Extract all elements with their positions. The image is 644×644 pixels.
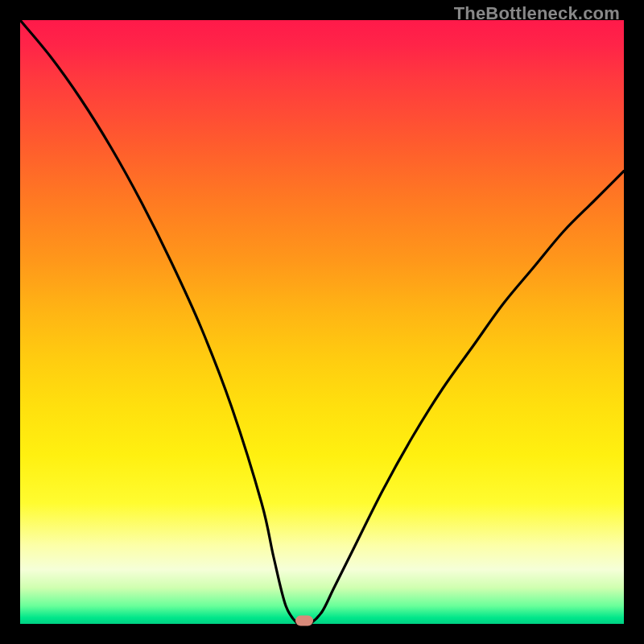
- plot-area: [20, 20, 624, 624]
- chart-container: TheBottleneck.com: [0, 0, 644, 644]
- bottleneck-curve-path: [20, 20, 624, 624]
- optimal-point-marker: [295, 616, 313, 626]
- curve-svg: [20, 20, 624, 624]
